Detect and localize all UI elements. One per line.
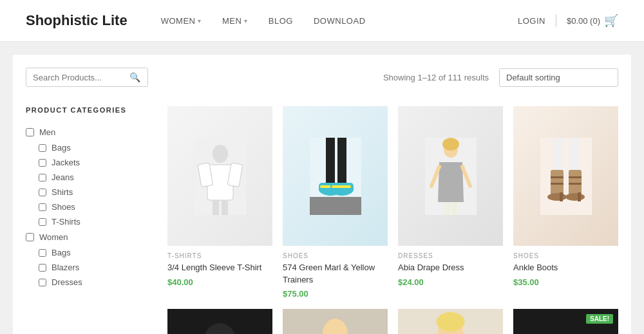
product-name: 574 Green Marl & Yellow Trainers [283, 262, 388, 285]
sort-select[interactable]: Default sorting Sort by popularity Sort … [499, 68, 618, 87]
product-name: Abia Drape Dress [398, 262, 503, 274]
nav-download[interactable]: DOWNLOAD [306, 11, 374, 31]
sort-wrapper: Default sorting Sort by popularity Sort … [499, 68, 618, 87]
content-area: PRODUCT CATEGORIES Men Bags Jackets Jean… [26, 106, 618, 334]
category-tshirts[interactable]: T-Shirts [39, 214, 155, 229]
product-thumbnail [398, 106, 503, 246]
svg-point-28 [547, 193, 567, 201]
sidebar: PRODUCT CATEGORIES Men Bags Jackets Jean… [26, 106, 155, 334]
svg-rect-22 [444, 202, 450, 215]
blazers-checkbox[interactable] [39, 264, 46, 272]
product-image [398, 106, 503, 246]
category-blazers[interactable]: Blazers [39, 260, 155, 275]
bags-women-checkbox[interactable] [39, 249, 46, 257]
category-dresses[interactable]: Dresses [39, 275, 155, 290]
svg-rect-8 [326, 138, 335, 183]
main-nav: WOMEN ▾ MEN ▾ BLOG DOWNLOAD [153, 11, 518, 31]
products-area: T-SHIRTS 3/4 Length Sleeve T-Shirt $40.0… [167, 106, 618, 334]
svg-rect-9 [337, 138, 346, 183]
svg-point-33 [565, 193, 585, 201]
svg-rect-29 [560, 192, 563, 201]
nav-blog[interactable]: BLOG [261, 11, 301, 31]
svg-rect-15 [332, 185, 351, 188]
sale-badge: Sale! [586, 314, 613, 324]
nav-men[interactable]: MEN ▾ [214, 11, 256, 31]
chevron-down-icon: ▾ [198, 17, 202, 24]
category-bags-men[interactable]: Bags [39, 140, 155, 155]
men-children: Bags Jackets Jeans Shirts Shoes [26, 140, 155, 229]
products-toolbar: 🔍 Showing 1–12 of 111 results Default so… [26, 68, 618, 93]
category-women-checkbox[interactable] [26, 233, 34, 241]
svg-rect-24 [540, 138, 592, 215]
product-price: $24.00 [398, 277, 503, 287]
product-image [513, 106, 618, 246]
jeans-checkbox[interactable] [39, 174, 46, 181]
svg-rect-6 [222, 200, 228, 215]
bags-men-checkbox[interactable] [39, 144, 46, 152]
product-name: 3/4 Length Sleeve T-Shirt [167, 262, 272, 274]
product-thumbnail [283, 309, 388, 334]
product-category: T-SHIRTS [167, 252, 272, 259]
login-link[interactable]: LOGIN [518, 16, 545, 26]
product-card[interactable] [167, 309, 272, 334]
product-thumbnail [513, 106, 618, 246]
product-card[interactable]: SHOES 574 Green Marl & Yellow Trainers $… [283, 106, 388, 299]
svg-point-43 [437, 312, 465, 331]
product-card[interactable] [283, 309, 388, 334]
header-divider [556, 14, 556, 27]
tshirts-checkbox[interactable] [39, 218, 46, 226]
category-men-label: Men [39, 127, 55, 137]
svg-rect-34 [578, 192, 581, 201]
product-card[interactable]: SHOES Ankle Boots $35.00 [513, 106, 618, 299]
category-bags-women[interactable]: Bags [39, 245, 155, 260]
product-thumbnail [167, 309, 272, 334]
category-jeans[interactable]: Jeans [39, 170, 155, 185]
nav-women[interactable]: WOMEN ▾ [153, 11, 209, 31]
category-men-checkbox[interactable] [26, 128, 34, 136]
product-price: $40.00 [167, 277, 272, 287]
svg-rect-25 [553, 138, 564, 173]
site-header: Shophistic Lite WOMEN ▾ MEN ▾ BLOG DOWNL… [0, 0, 644, 42]
category-shirts[interactable]: Shirts [39, 185, 155, 199]
site-logo[interactable]: Shophistic Lite [26, 12, 128, 29]
svg-rect-5 [213, 200, 219, 215]
product-card[interactable]: DRESSES Abia Drape Dress $24.00 [398, 106, 503, 299]
search-button[interactable]: 🔍 [129, 72, 140, 82]
women-children: Bags Blazers Dresses [26, 245, 155, 290]
svg-rect-23 [452, 202, 457, 215]
product-category: SHOES [283, 252, 388, 259]
product-image [167, 106, 272, 246]
category-men[interactable]: Men [26, 124, 155, 140]
svg-rect-16 [310, 197, 361, 215]
shirts-checkbox[interactable] [39, 189, 46, 196]
product-thumbnail [398, 309, 503, 334]
svg-rect-30 [551, 176, 564, 178]
product-thumbnail [167, 106, 272, 246]
svg-point-19 [442, 138, 459, 151]
jackets-checkbox[interactable] [39, 159, 46, 167]
search-input[interactable] [33, 73, 129, 82]
product-price: $75.00 [283, 289, 388, 299]
category-shoes-men[interactable]: Shoes [39, 199, 155, 214]
results-count: Showing 1–12 of 111 results [383, 73, 489, 82]
category-women[interactable]: Women [26, 229, 155, 245]
product-thumbnail [283, 106, 388, 246]
product-card[interactable]: T-SHIRTS 3/4 Length Sleeve T-Shirt $40.0… [167, 106, 272, 299]
chevron-down-icon: ▾ [244, 17, 248, 24]
product-card[interactable] [398, 309, 503, 334]
category-jackets[interactable]: Jackets [39, 155, 155, 170]
product-name: Ankle Boots [513, 262, 618, 274]
category-women-label: Women [39, 232, 68, 242]
products-row2: Sale! [167, 309, 618, 334]
cart-button[interactable]: $0.00 (0) 🛒 [567, 14, 618, 28]
dresses-checkbox[interactable] [39, 279, 46, 286]
search-box: 🔍 [26, 68, 148, 87]
product-card[interactable]: Sale! [513, 309, 618, 334]
header-right: LOGIN $0.00 (0) 🛒 [518, 14, 618, 28]
product-image [283, 106, 388, 246]
shoes-men-checkbox[interactable] [39, 203, 46, 211]
product-category: DRESSES [398, 252, 503, 259]
main-content: 🔍 Showing 1–12 of 111 results Default so… [13, 55, 631, 334]
svg-rect-36 [569, 183, 582, 185]
product-category: SHOES [513, 252, 618, 259]
